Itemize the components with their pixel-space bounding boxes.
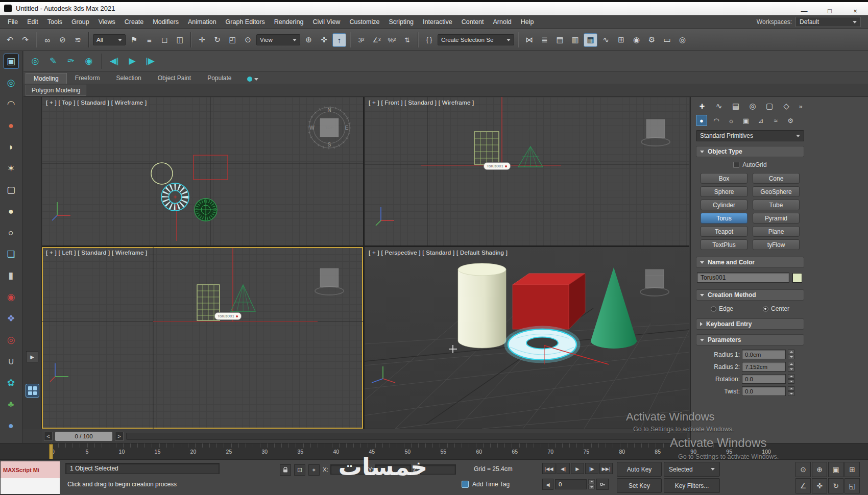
- array-icon[interactable]: ❖: [4, 311, 19, 326]
- rollout-header-keyboard-entry[interactable]: Keyboard Entry: [696, 318, 804, 330]
- toggle-scene-explorer-icon[interactable]: ▤: [553, 33, 567, 47]
- select-and-move-icon[interactable]: ✛: [195, 33, 209, 47]
- key-mode-toggle-icon[interactable]: ◀: [542, 479, 553, 490]
- viewport-label[interactable]: [ + ] [ Front ] [ Standard ] [ Wireframe…: [369, 100, 474, 106]
- layers-icon[interactable]: ❏: [4, 246, 19, 262]
- menu-item[interactable]: Graph Editors: [221, 15, 270, 29]
- gear-flower-icon[interactable]: ✿: [4, 375, 19, 390]
- select-object-icon[interactable]: ⚑: [127, 33, 141, 47]
- geosphere-button[interactable]: GeoSphere: [753, 186, 800, 197]
- curve-editor-icon[interactable]: ∿: [599, 33, 613, 47]
- menu-item[interactable]: Scripting: [384, 15, 418, 29]
- arc-icon[interactable]: ◗: [4, 139, 19, 155]
- viewcube[interactable]: FRONT: [641, 119, 670, 146]
- render-setup-icon[interactable]: ⚙: [645, 33, 659, 47]
- menu-item[interactable]: Group: [67, 15, 94, 29]
- selected-torus-object[interactable]: [506, 328, 578, 361]
- zoom-extents-icon[interactable]: ▣: [828, 462, 843, 477]
- fn-edit-icon[interactable]: ✎: [45, 54, 61, 69]
- orbit-icon[interactable]: ↻: [828, 478, 843, 493]
- z-coord-field[interactable]: [420, 464, 456, 475]
- select-by-name-icon[interactable]: ≡: [142, 33, 156, 47]
- spinner-control[interactable]: [788, 386, 794, 396]
- material-editor-icon[interactable]: ◉: [630, 33, 643, 47]
- front-viewport-canvas[interactable]: FRONT: [365, 97, 689, 245]
- spinner-snap-icon[interactable]: ⇅: [400, 33, 414, 47]
- systems-category-icon[interactable]: ⚙: [785, 115, 796, 126]
- menu-item[interactable]: Animation: [183, 15, 221, 29]
- pyramid-button[interactable]: Pyramid: [753, 213, 800, 224]
- current-frame-field[interactable]: 0: [555, 479, 587, 489]
- viewport-top[interactable]: [ + ] [ Top ] [ Standard ] [ Wireframe ]…: [42, 97, 363, 245]
- rotation-field[interactable]: 0.0: [742, 374, 786, 384]
- geosphere-icon[interactable]: ●: [4, 418, 19, 433]
- sphere-icon[interactable]: ●: [4, 118, 19, 133]
- tyflow-button[interactable]: tyFlow: [753, 239, 800, 250]
- named-selection-dropdown[interactable]: Create Selection Se: [438, 34, 514, 45]
- cylinder-object[interactable]: [458, 263, 506, 348]
- foliage-icon[interactable]: ♣: [4, 397, 19, 412]
- select-circle-icon[interactable]: ◎: [4, 75, 19, 90]
- maximize-viewport-icon[interactable]: ◱: [845, 478, 860, 493]
- reference-coordinate-dropdown[interactable]: View: [256, 34, 300, 45]
- polygon-modeling-tab[interactable]: Polygon Modeling: [26, 85, 86, 96]
- selection-lock-icon[interactable]: [280, 464, 291, 476]
- pen-tool-icon[interactable]: ✑: [63, 54, 79, 69]
- step-back-icon[interactable]: ◀|: [107, 54, 122, 69]
- top-viewport-canvas[interactable]: N W E S TOP: [42, 97, 363, 245]
- tube-button[interactable]: Tube: [753, 200, 800, 210]
- select-and-scale-icon[interactable]: ◰: [226, 33, 239, 47]
- toggle-ribbon-icon[interactable]: ▦: [584, 33, 597, 47]
- ball-icon[interactable]: ●: [4, 204, 19, 219]
- spinner-control[interactable]: [788, 362, 794, 372]
- cone-button[interactable]: Cone: [753, 173, 800, 184]
- rollout-header-creation-method[interactable]: Creation Method: [696, 289, 804, 301]
- menu-item[interactable]: Edit: [22, 15, 43, 29]
- create-tab-icon[interactable]: +: [696, 100, 708, 112]
- selection-filter-dropdown[interactable]: All: [93, 34, 126, 45]
- auto-key-button[interactable]: Auto Key: [617, 462, 662, 477]
- snaps-toggle-icon[interactable]: 3²: [354, 33, 368, 47]
- geometry-category-icon[interactable]: ●: [696, 115, 707, 126]
- shapes-category-icon[interactable]: ◠: [711, 115, 722, 126]
- select-and-link-icon[interactable]: ∞: [40, 33, 54, 47]
- zoom-icon[interactable]: ⊙: [795, 462, 811, 477]
- viewport-front[interactable]: [ + ] [ Front ] [ Standard ] [ Wireframe…: [365, 97, 689, 245]
- viewcube-compass[interactable]: N W E S TOP: [309, 107, 350, 148]
- next-frame-button[interactable]: >: [115, 432, 124, 441]
- undo-icon[interactable]: ↶: [3, 33, 17, 47]
- ribbon-tab[interactable]: Selection: [108, 72, 149, 84]
- rollout-header-object-type[interactable]: Object Type: [696, 146, 804, 157]
- current-frame-marker[interactable]: [49, 444, 53, 459]
- dummy-icon[interactable]: ◎: [4, 332, 19, 348]
- ribbon-config-icon[interactable]: [247, 77, 258, 84]
- viewport-label[interactable]: [ + ] [ Left ] [ Standard ] [ Wireframe …: [46, 250, 148, 256]
- motion-tab-icon[interactable]: ◎: [746, 100, 759, 112]
- angle-snap-icon[interactable]: ∠²: [370, 33, 383, 47]
- add-time-tag[interactable]: Add Time Tag: [462, 481, 510, 488]
- fov-icon[interactable]: ∠: [795, 478, 811, 493]
- object-name-field[interactable]: Torus001: [697, 273, 789, 283]
- viewport-perspective[interactable]: [ + ] [ Perspective ] [ Standard ] [ Def…: [365, 247, 689, 429]
- edit-named-selections-icon[interactable]: { }: [422, 33, 436, 47]
- track-bar[interactable]: 0510152025303540455055606570758085909510…: [0, 443, 868, 459]
- frame-spinner[interactable]: [588, 479, 595, 489]
- modify-tab-icon[interactable]: ∿: [713, 100, 725, 112]
- y-coord-field[interactable]: [375, 464, 411, 475]
- cylinder-wireframe-front[interactable]: [474, 132, 499, 164]
- ribbon-tab[interactable]: Freeform: [67, 72, 108, 84]
- selected-torus-top[interactable]: [161, 183, 189, 211]
- textplus-button[interactable]: TextPlus: [701, 239, 748, 250]
- cone-wireframe-left[interactable]: [231, 285, 255, 311]
- object-color-swatch[interactable]: [792, 273, 802, 283]
- go-to-start-button[interactable]: |◀◀: [542, 463, 556, 474]
- box-button[interactable]: Box: [701, 173, 748, 184]
- render-production-icon[interactable]: ◎: [676, 33, 689, 47]
- plane-icon[interactable]: ▢: [4, 182, 19, 197]
- cylinder-button[interactable]: Cylinder: [701, 200, 748, 210]
- viewport-label[interactable]: [ + ] [ Perspective ] [ Standard ] [ Def…: [369, 250, 508, 256]
- spinner-control[interactable]: [788, 350, 794, 359]
- panel-overflow-icon[interactable]: »: [797, 103, 804, 110]
- sphere-button[interactable]: Sphere: [701, 186, 748, 197]
- radius1-field[interactable]: 0.0cm: [742, 350, 786, 359]
